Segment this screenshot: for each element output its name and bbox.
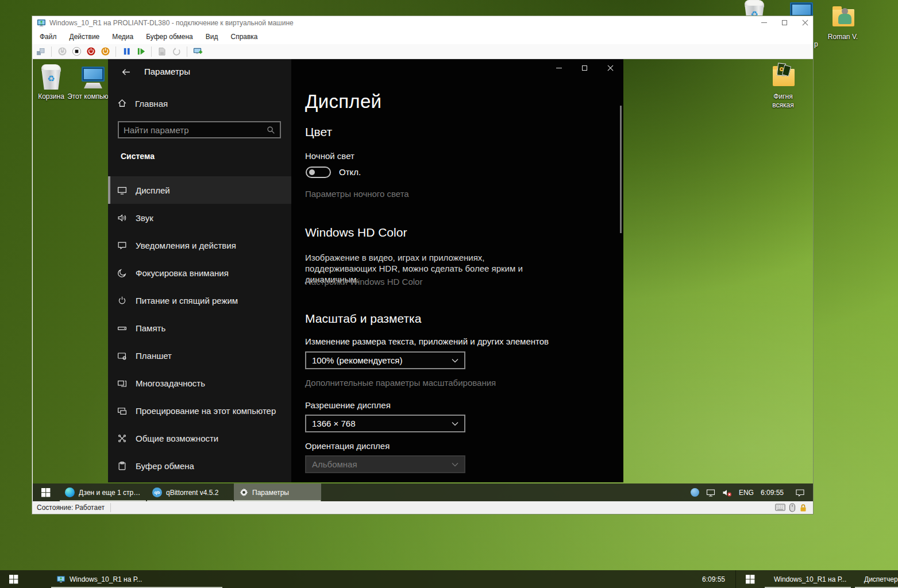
vm-clock[interactable]: 6:09:55 xyxy=(761,489,784,497)
sidebar-item-clipboard[interactable]: Буфер обмена xyxy=(108,452,291,479)
resolution-dropdown[interactable]: 1366 × 768 xyxy=(305,415,465,432)
windows-logo-icon xyxy=(746,575,755,584)
settings-scrollbar[interactable] xyxy=(620,106,622,233)
home-icon xyxy=(117,98,127,108)
stop-icon[interactable] xyxy=(71,47,82,57)
switch-user-icon[interactable] xyxy=(36,47,46,57)
vm-toolbar xyxy=(32,44,813,59)
settings-sidebar: Параметры Главная Система Дисплей xyxy=(108,59,291,482)
menu-file[interactable]: Файл xyxy=(40,33,57,41)
lock-icon xyxy=(799,504,807,512)
revert-icon xyxy=(171,47,182,57)
vm-window-title: Windows_10_R1 на PROLIANT-DL380 - подклю… xyxy=(49,19,294,27)
power-icon xyxy=(117,296,127,305)
back-button[interactable] xyxy=(117,64,134,79)
host-taskbar-item-vmconnect-2[interactable]: Windows_10_R1 на Р... xyxy=(764,570,851,588)
sidebar-item-sound[interactable]: Звук xyxy=(108,204,291,231)
window-maximize-button[interactable] xyxy=(782,20,787,25)
night-light-settings-link[interactable]: Параметры ночного света xyxy=(305,189,409,199)
tablet-icon xyxy=(117,351,127,361)
settings-search-input[interactable] xyxy=(119,125,267,135)
hdr-settings-link[interactable]: Настройки Windows HD Color xyxy=(305,277,422,287)
host-taskbar: Windows_10_R1 на Р... 6:09:55 Windows_10… xyxy=(0,570,898,588)
sidebar-section-title: Система xyxy=(121,152,155,161)
advanced-scaling-link[interactable]: Дополнительные параметры масштабирования xyxy=(305,378,496,388)
chevron-down-icon xyxy=(452,462,458,467)
vm-connect-icon xyxy=(37,18,46,28)
host-user-folder-icon[interactable]: Roman V. xyxy=(817,5,869,41)
sidebar-item-storage[interactable]: Память xyxy=(108,314,291,342)
checkpoint-icon[interactable] xyxy=(192,47,203,57)
vm-connection-window: Windows_10_R1 на PROLIANT-DL380 - подклю… xyxy=(32,16,814,514)
sidebar-item-focus-assist[interactable]: Фокусировка внимания xyxy=(108,259,291,287)
resume-icon[interactable] xyxy=(136,47,146,57)
network-icon[interactable] xyxy=(706,488,715,497)
sidebar-item-notifications[interactable]: Уведомления и действия xyxy=(108,231,291,259)
host-taskbar-item-taskmanager[interactable]: Диспетчер xyxy=(854,570,898,588)
menu-media[interactable]: Медиа xyxy=(112,33,133,41)
sidebar-item-projecting[interactable]: Проецирование на этот компьютер xyxy=(108,397,291,424)
scale-section-title: Масштаб и разметка xyxy=(305,312,421,326)
settings-close-button[interactable] xyxy=(598,59,623,76)
vm-status-bar: Состояние: Работает xyxy=(32,501,813,514)
projecting-icon xyxy=(117,406,127,416)
vm-taskbar: Дзен и еще 1 страни... qb qBittorrent v4… xyxy=(33,483,813,501)
hdr-section-title: Windows HD Color xyxy=(305,226,407,239)
pause-icon[interactable] xyxy=(121,47,132,57)
settings-maximize-button[interactable] xyxy=(572,59,598,76)
resolution-label: Разрешение дисплея xyxy=(305,400,391,410)
settings-search-box[interactable] xyxy=(118,121,281,138)
sidebar-item-home[interactable]: Главная xyxy=(108,95,291,112)
orientation-dropdown: Альбомная xyxy=(305,455,465,473)
hidden-icon-label-fragment: p xyxy=(814,40,818,48)
sidebar-item-tablet[interactable]: Планшет xyxy=(108,342,291,369)
stuff-folder-label: Фигня всякая xyxy=(763,92,803,110)
menu-clipboard[interactable]: Буфер обмена xyxy=(146,33,193,41)
window-minimize-button[interactable] xyxy=(761,22,767,23)
host-clock[interactable]: 6:09:55 xyxy=(702,570,725,588)
this-pc-icon xyxy=(79,64,107,91)
mouse-icon xyxy=(789,503,796,512)
page-title: Дисплей xyxy=(305,91,381,113)
host-taskbar-item-vmconnect[interactable]: Windows_10_R1 на Р... xyxy=(51,570,223,588)
clipboard-icon xyxy=(117,461,127,471)
qbittorrent-tray-icon[interactable] xyxy=(691,488,699,497)
sidebar-item-shared-experiences[interactable]: Общие возможности xyxy=(108,424,291,452)
settings-main-pane: Дисплей Цвет Ночной свет Откл. Параметры… xyxy=(291,59,623,482)
language-indicator[interactable]: ENG xyxy=(739,489,754,497)
storage-icon xyxy=(117,323,127,333)
search-icon[interactable] xyxy=(267,126,275,134)
settings-app-title: Параметры xyxy=(144,67,190,76)
notifications-icon xyxy=(117,241,127,250)
vm-taskbar-item-settings[interactable]: Параметры xyxy=(234,483,321,501)
scale-dropdown[interactable]: 100% (рекомендуется) xyxy=(305,351,465,369)
turn-off-red-icon[interactable] xyxy=(86,47,96,57)
vm-system-tray: ENG 6:09:55 xyxy=(691,483,813,501)
user-folder-icon xyxy=(829,5,857,31)
sidebar-item-power-sleep[interactable]: Питание и спящий режим xyxy=(108,287,291,314)
vm-menubar: Файл Действие Медиа Буфер обмена Вид Спр… xyxy=(32,29,813,44)
night-light-label: Ночной свет xyxy=(305,151,354,161)
night-light-toggle[interactable] xyxy=(306,167,331,178)
sound-icon xyxy=(117,213,127,223)
vm-start-button[interactable] xyxy=(33,483,59,501)
action-center-icon[interactable] xyxy=(795,488,805,497)
menu-view[interactable]: Вид xyxy=(206,33,218,41)
sidebar-item-display[interactable]: Дисплей xyxy=(108,176,291,204)
menu-help[interactable]: Справка xyxy=(230,33,257,41)
host-start-button-2[interactable] xyxy=(738,570,762,588)
qbittorrent-icon: qb xyxy=(152,488,162,497)
volume-muted-icon[interactable] xyxy=(722,488,732,497)
chevron-down-icon xyxy=(452,358,458,363)
host-start-button[interactable] xyxy=(0,570,28,588)
sidebar-item-multitasking[interactable]: Многозадачность xyxy=(108,369,291,397)
menu-action[interactable]: Действие xyxy=(70,33,100,41)
vm-taskbar-item-qbittorrent[interactable]: qb qBittorrent v4.5.2 xyxy=(147,483,234,501)
vm-window-titlebar[interactable]: Windows_10_R1 на PROLIANT-DL380 - подклю… xyxy=(32,16,813,29)
vm-stuff-folder-icon[interactable]: Фигня всякая xyxy=(757,64,809,110)
vm-taskbar-item-edge[interactable]: Дзен и еще 1 страни... xyxy=(59,483,147,501)
settings-minimize-button[interactable] xyxy=(546,59,572,76)
recycle-bin-icon xyxy=(37,64,65,91)
shutdown-orange-icon[interactable] xyxy=(100,47,110,57)
window-close-button[interactable] xyxy=(802,20,808,26)
